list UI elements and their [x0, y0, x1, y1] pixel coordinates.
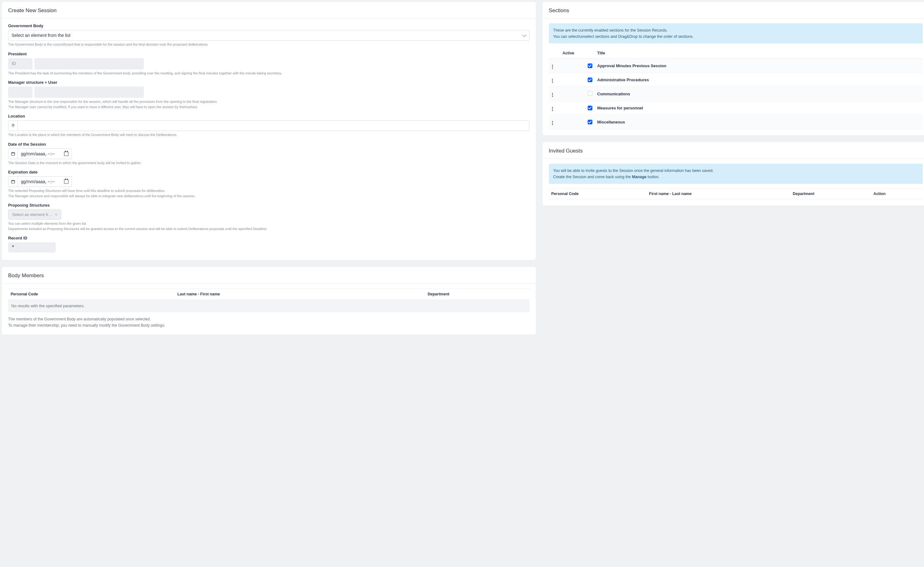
map-pin-icon [9, 121, 18, 130]
section-row: Administrative Procedures [549, 73, 923, 87]
session-date-field[interactable]: gg/mm/aaaa, --:-- [18, 149, 72, 159]
col-name: Last name - First name [175, 289, 425, 300]
svg-rect-2 [11, 180, 15, 183]
section-active-checkbox[interactable] [588, 120, 592, 124]
manager-help-line1: The Manager structure is the one respons… [8, 100, 218, 104]
chevron-down-icon [55, 213, 57, 215]
no-results-text: No results with the specified parameters… [8, 300, 530, 312]
body-members-help: The members of the Government Body are a… [8, 316, 530, 328]
proposing-structures-button-text: Select an element from the list [12, 212, 54, 217]
body-members-help-line1: The members of the Government Body are a… [8, 317, 151, 321]
drag-handle-icon[interactable] [551, 78, 554, 84]
session-date-value: gg/mm/aaaa, --:-- [21, 151, 55, 156]
asterisk-icon: * [9, 243, 18, 252]
session-date-input-group[interactable]: gg/mm/aaaa, --:-- [8, 148, 72, 159]
body-members-table: Personal Code Last name - First name Dep… [8, 288, 530, 312]
drag-handle-icon[interactable] [551, 120, 554, 126]
section-title: Measures for personnel [595, 101, 923, 115]
card-header: Body Members [2, 267, 536, 284]
sections-info-alert: These are the currently enabled sections… [549, 24, 923, 44]
col-department: Department [425, 289, 530, 300]
drag-handle-icon[interactable] [551, 106, 554, 112]
section-title: Approval Minutes Previous Session [595, 59, 923, 73]
col-name: First name - Last name [646, 189, 790, 200]
invited-guests-title: Invited Guests [549, 148, 923, 154]
proposing-structures-select[interactable]: Select an element from the list [8, 209, 61, 220]
svg-rect-1 [11, 152, 15, 155]
manager-help: The Manager structure is the one respons… [8, 99, 530, 110]
expiration-date-help: The selected Proposing Structures will h… [8, 188, 530, 198]
government-body-group: Government Body Select an element from t… [8, 24, 530, 47]
calendar-icon [9, 177, 18, 187]
manager-structure-field [8, 87, 33, 98]
svg-point-0 [12, 125, 14, 126]
expiration-date-label: Expiration date [8, 170, 530, 174]
body-members-help-line2: To manage their membership, you need to … [8, 323, 165, 328]
session-date-label: Date of the Session [8, 142, 530, 147]
col-active: Active [560, 48, 585, 59]
drag-handle-icon[interactable] [551, 92, 554, 98]
manager-group: Manager structure + User The Manager str… [8, 80, 530, 110]
guests-manage-bold: Manage [632, 175, 647, 179]
expiration-help-line2: The Manager structure and responsible wi… [8, 194, 195, 198]
card-header: Create New Session [2, 2, 536, 18]
calendar-icon [9, 149, 18, 159]
section-title: Miscellaneous [595, 115, 923, 129]
proposing-help-line2: Departments included as Proposing Struct… [8, 227, 267, 231]
calendar-picker-icon[interactable] [64, 179, 69, 184]
record-id-field [18, 243, 56, 252]
proposing-help-line1: You can select multiple elements from th… [8, 222, 86, 225]
sections-title: Sections [549, 8, 923, 14]
col-personal-code: Personal Code [8, 289, 175, 300]
location-field[interactable] [18, 121, 529, 130]
section-row: Approval Minutes Previous Session [549, 59, 923, 73]
section-active-checkbox[interactable] [588, 63, 592, 68]
expiration-date-input-group[interactable]: gg/mm/aaaa, --:-- [8, 176, 72, 187]
sections-info-line2: You can select/unselect sections and Dra… [553, 34, 694, 39]
president-group: President ID The President has the task … [8, 52, 530, 76]
section-row: Communications [549, 87, 923, 101]
government-body-select[interactable]: Select an element from the list [8, 30, 530, 40]
expiration-date-field[interactable]: gg/mm/aaaa, --:-- [18, 177, 72, 187]
card-header: Invited Guests [543, 142, 924, 159]
section-active-checkbox[interactable] [588, 78, 592, 82]
expiration-date-value: gg/mm/aaaa, --:-- [21, 179, 55, 184]
president-label: President [8, 52, 530, 56]
location-label: Location [8, 114, 530, 118]
card-header: Sections [543, 2, 924, 18]
government-body-placeholder: Select an element from the list [12, 33, 70, 38]
government-body-help: The Government Body is the council/board… [8, 42, 530, 47]
proposing-structures-group: Proposing Structures Select an element f… [8, 203, 530, 231]
record-id-group: Record ID * [8, 236, 530, 252]
col-personal-code: Personal Code [549, 189, 647, 200]
no-results-row: No results with the specified parameters… [8, 300, 530, 312]
expiration-help-line1: The selected Proposing Structures will h… [8, 189, 165, 192]
section-title: Communications [595, 87, 923, 101]
calendar-picker-icon[interactable] [64, 152, 69, 156]
record-id-label: Record ID [8, 236, 530, 240]
government-body-label: Government Body [8, 24, 530, 28]
president-name-field [34, 58, 144, 69]
invited-guests-card: Invited Guests You will be able to invit… [543, 142, 924, 206]
session-date-help: The Session Date is the moment in which … [8, 160, 530, 166]
president-id-field: ID [8, 58, 33, 69]
create-session-card: Create New Session Government Body Selec… [2, 2, 536, 260]
sections-table: Active Title Approval Minutes Previous S… [549, 48, 923, 129]
section-active-checkbox[interactable] [588, 91, 592, 96]
expiration-date-group: Expiration date gg/mm/aaaa, --:-- The se… [8, 170, 530, 198]
section-row: Measures for personnel [549, 101, 923, 115]
drag-handle-icon[interactable] [551, 64, 554, 69]
location-group: Location The Location is the place in wh… [8, 114, 530, 138]
president-help: The President has the task of summoning … [8, 70, 530, 76]
session-date-group: Date of the Session gg/mm/aaaa, --:-- Th… [8, 142, 530, 166]
body-members-card: Body Members Personal Code Last name - F… [2, 267, 536, 335]
manager-user-field [34, 87, 144, 98]
guests-info-alert: You will be able to invite guests to the… [549, 164, 923, 184]
location-help: The Location is the place in which the m… [8, 132, 530, 138]
page-title: Create New Session [8, 8, 530, 14]
location-input-group [8, 120, 530, 131]
guests-info-line2: Create the Session and come back using t… [553, 175, 660, 179]
col-title: Title [595, 48, 923, 59]
section-active-checkbox[interactable] [588, 106, 592, 110]
guests-table: Personal Code First name - Last name Dep… [549, 188, 923, 200]
